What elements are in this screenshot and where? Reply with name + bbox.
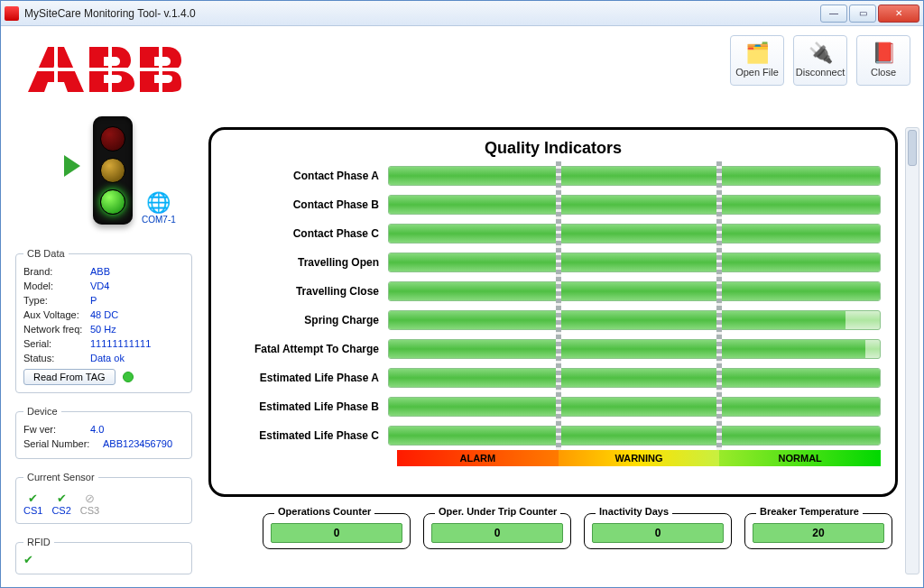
quality-bar-fill (389, 427, 880, 445)
quality-bar-fill (389, 282, 880, 300)
quality-bar-fill (389, 253, 880, 271)
counter-title: Inactivity Days (596, 506, 672, 517)
app-icon (5, 6, 19, 21)
counter-title: Breaker Temperature (756, 506, 863, 517)
cb-data-legend: CB Data (23, 248, 69, 259)
quality-bar-fill (389, 196, 880, 214)
cs2-label[interactable]: CS2 (51, 505, 70, 516)
quality-bar-label: Contact Phase B (226, 198, 388, 211)
quality-bar-row: Contact Phase C (226, 219, 881, 248)
app-window: MySiteCare Monitoring Tool- v.1.4.0 — ▭ … (0, 0, 924, 588)
quality-title: Quality Indicators (226, 139, 881, 158)
tag-status-dot (123, 372, 134, 382)
open-file-label: Open File (735, 67, 779, 78)
rfid-legend: RFID (23, 537, 54, 547)
traffic-light (93, 116, 133, 225)
quality-bar-fill (389, 398, 880, 416)
counter-value: 0 (271, 523, 402, 543)
current-sensor-legend: Current Sensor (23, 472, 98, 482)
quality-bar-fill (389, 369, 880, 387)
counters-row: Operations Counter0Oper. Under Trip Coun… (263, 513, 892, 549)
counter-title: Oper. Under Trip Counter (435, 506, 560, 517)
quality-bar-label: Fatal Attempt To Charge (226, 343, 388, 355)
window-close-button[interactable]: ✕ (878, 5, 919, 23)
counter-box: Oper. Under Trip Counter0 (423, 513, 571, 549)
zone-alarm: ALARM (397, 450, 559, 466)
play-icon[interactable] (64, 155, 80, 177)
zone-normal: NORMAL (719, 450, 881, 466)
open-file-button[interactable]: 🗂️ Open File (730, 35, 784, 86)
traffic-green (100, 189, 125, 215)
quality-bar-label: Travelling Open (226, 256, 388, 269)
quality-bar-track (388, 426, 881, 446)
close-label: Close (871, 67, 896, 78)
quality-bar-track (388, 339, 881, 359)
quality-bar-track (388, 368, 881, 388)
maximize-button[interactable]: ▭ (849, 5, 876, 23)
traffic-amber (100, 158, 125, 183)
quality-bar-row: Fatal Attempt To Charge (226, 335, 881, 363)
device-legend: Device (23, 406, 61, 417)
counter-box: Breaker Temperature20 (744, 513, 892, 549)
svg-rect-3 (28, 68, 181, 71)
quality-bar-label: Spring Charge (226, 314, 388, 326)
cs3-label: CS3 (80, 505, 99, 516)
rfid-panel: RFID ✔ (15, 537, 192, 574)
quality-bar-fill (389, 225, 880, 243)
disconnect-button[interactable]: 🔌 Disconnect (793, 35, 847, 86)
quality-bar-track (388, 281, 881, 301)
counter-box: Inactivity Days0 (584, 513, 732, 549)
counter-title: Operations Counter (274, 506, 374, 517)
abb-logo (28, 42, 181, 98)
check-icon: ✔ (23, 492, 42, 505)
device-panel: Device Fw ver:4.0 Serial Number:ABB12345… (15, 406, 192, 459)
quality-bar-fill (389, 340, 865, 358)
connection-port: COM7-1 (142, 215, 176, 225)
cb-data-panel: CB Data Brand:ABB Model:VD4 Type:P Aux V… (15, 248, 192, 393)
quality-bar-row: Travelling Close (226, 277, 881, 306)
disconnect-label: Disconnect (796, 67, 845, 78)
disabled-icon: ⊘ (80, 492, 99, 505)
cs1-label[interactable]: CS1 (23, 505, 42, 516)
quality-bar-fill (389, 311, 845, 329)
close-icon: 📕 (872, 43, 896, 63)
read-from-tag-button[interactable]: Read From TAG (23, 369, 116, 385)
quality-bar-label: Estimated Life Phase C (226, 429, 388, 442)
traffic-red (100, 126, 125, 152)
connection-icon[interactable]: 🌐 (146, 191, 171, 215)
counter-value: 0 (592, 523, 724, 543)
quality-bar-track (388, 253, 881, 272)
quality-bar-label: Travelling Close (226, 285, 388, 298)
quality-bar-row: Travelling Open (226, 248, 881, 277)
quality-bar-label: Contact Phase A (226, 170, 388, 182)
close-button[interactable]: 📕 Close (856, 35, 910, 86)
check-icon: ✔ (51, 492, 70, 505)
zone-legend: ALARM WARNING NORMAL (397, 450, 881, 466)
quality-bar-row: Spring Charge (226, 306, 881, 335)
counter-box: Operations Counter0 (263, 513, 411, 549)
quality-bar-track (388, 310, 881, 330)
quality-bar-fill (389, 167, 880, 185)
quality-bar-row: Estimated Life Phase A (226, 363, 881, 392)
quality-bar-track (388, 397, 881, 417)
quality-bar-label: Estimated Life Phase A (226, 372, 388, 384)
quality-bar-track (388, 166, 881, 186)
vertical-scrollbar[interactable] (905, 127, 919, 574)
open-file-icon: 🗂️ (745, 43, 770, 63)
counter-value: 20 (753, 523, 884, 543)
titlebar[interactable]: MySiteCare Monitoring Tool- v.1.4.0 — ▭ … (1, 1, 923, 26)
quality-bar-track (388, 224, 881, 243)
quality-bar-row: Contact Phase B (226, 190, 881, 219)
scrollbar-thumb[interactable] (908, 130, 917, 166)
quality-bar-track (388, 195, 881, 215)
quality-bar-label: Contact Phase C (226, 227, 388, 240)
current-sensor-panel: Current Sensor ✔CS1 ✔CS2 ⊘CS3 (15, 472, 192, 524)
disconnect-icon: 🔌 (808, 43, 833, 63)
quality-bar-row: Estimated Life Phase C (226, 421, 881, 450)
window-title: MySiteCare Monitoring Tool- v.1.4.0 (24, 7, 820, 20)
zone-warning: WARNING (559, 450, 720, 466)
minimize-button[interactable]: — (820, 5, 847, 23)
quality-indicators-panel: Quality Indicators Contact Phase AContac… (208, 127, 898, 497)
quality-bar-label: Estimated Life Phase B (226, 400, 388, 413)
quality-bar-row: Contact Phase A (226, 161, 881, 190)
